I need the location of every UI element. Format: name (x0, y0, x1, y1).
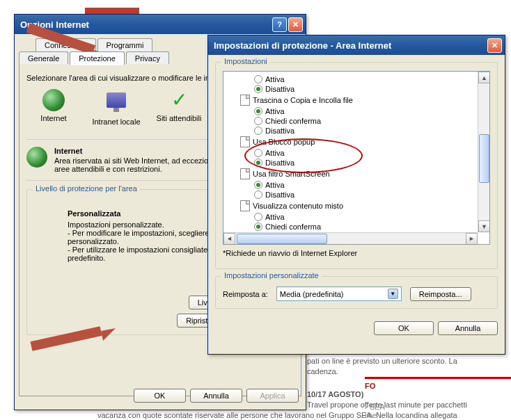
radio-icon (254, 191, 262, 199)
radio-icon (254, 85, 262, 93)
radio-icon (254, 181, 262, 189)
tree-option[interactable]: Disattiva (254, 190, 487, 200)
reset-level-select[interactable]: Media (predefinita) ▼ (276, 286, 402, 301)
tree-label: Disattiva (265, 191, 294, 199)
security-settings-window: Impostazioni di protezione - Area Intern… (207, 35, 505, 355)
tree-category: Usa filtro SmartScreen (240, 168, 487, 180)
tree-label: Attiva (265, 107, 285, 115)
zone-internet[interactable]: Internet (26, 89, 81, 131)
tree-label: Disattiva (265, 127, 294, 135)
custom-group-title: Impostazioni personalizzate (221, 271, 322, 280)
settings-tree[interactable]: AttivaDisattivaTrascina o Copia e Incoll… (223, 71, 490, 245)
radio-icon (254, 159, 262, 167)
vertical-scrollbar[interactable]: ▲ ▼ (478, 72, 489, 232)
globe-icon (26, 147, 47, 168)
tree-option[interactable]: Attiva (254, 74, 487, 84)
tree-option[interactable]: Disattiva (254, 84, 487, 94)
cancel-button[interactable]: Annulla (190, 389, 242, 403)
close-button[interactable]: ✕ (487, 38, 502, 53)
zone-intranet[interactable]: Intranet locale (89, 89, 143, 131)
page-icon (240, 95, 250, 106)
tab-privacy[interactable]: Privacy (126, 51, 169, 65)
tab-security[interactable]: Protezione (70, 51, 125, 65)
tree-label: Chiedi conferma (265, 117, 321, 125)
tree-label: Disattiva (265, 159, 294, 167)
tree-label: Usa filtro SmartScreen (253, 170, 330, 178)
page-icon (240, 136, 250, 147)
tree-option[interactable]: Attiva (254, 180, 487, 190)
bg-fo: FO (365, 382, 375, 390)
window-title: Opzioni Internet (17, 19, 271, 30)
tree-label: Attiva (265, 149, 285, 157)
tree-option[interactable]: Disattiva (254, 158, 487, 168)
tree-label: Trascina o Copia e Incolla file (253, 96, 353, 104)
reset-to-label: Reimposta a: (223, 290, 268, 298)
radio-icon (254, 117, 262, 125)
tree-label: Usa Blocco popup (253, 138, 315, 146)
bg-sea: line (365, 411, 511, 419)
radio-icon (254, 127, 262, 135)
bg-text: pati on line è previsto un ulteriore sco… (307, 357, 457, 365)
restart-note: *Richiede un riavvio di Internet Explore… (223, 249, 490, 257)
tree-category: Trascina o Copia e Incolla file (240, 94, 487, 106)
tree-label: Disattiva (265, 85, 294, 93)
tree-label: Attiva (265, 213, 285, 221)
titlebar[interactable]: Impostazioni di protezione - Area Intern… (208, 35, 505, 55)
tree-option[interactable]: Attiva (254, 212, 487, 222)
tree-label: Chiedi conferma (265, 223, 321, 231)
page-icon (240, 168, 250, 179)
ok-button[interactable]: OK (134, 389, 186, 403)
bg-date: 10/17 AGOSTO) (307, 390, 363, 398)
tab-programs[interactable]: Programmi (97, 38, 153, 51)
bg-text: cadenza. (307, 367, 338, 375)
bg-sea[interactable]: › SEA (365, 403, 511, 411)
tree-option[interactable]: Disattiva (254, 126, 487, 136)
tree-category: Usa Blocco popup (240, 136, 487, 148)
tree-option[interactable]: Attiva (254, 148, 487, 158)
tree-option[interactable]: Chiedi conferma (254, 116, 487, 126)
radio-icon (254, 107, 262, 115)
check-icon: ✓ (168, 89, 190, 111)
window-title: Impostazioni di protezione - Area Intern… (211, 40, 486, 51)
tree-option[interactable]: Chiedi conferma (254, 222, 487, 232)
radio-icon (254, 223, 262, 231)
tree-category: Visualizza contenuto misto (240, 200, 487, 212)
reset-button[interactable]: Reimposta... (410, 287, 471, 301)
chevron-down-icon: ▼ (388, 289, 398, 299)
cancel-button[interactable]: Annulla (438, 321, 498, 335)
tree-option[interactable]: Attiva (254, 106, 487, 116)
radio-icon (254, 213, 262, 221)
tree-label: Attiva (265, 75, 285, 83)
close-button[interactable]: ✕ (288, 17, 303, 32)
ok-button[interactable]: OK (374, 321, 434, 335)
titlebar[interactable]: Opzioni Internet ? ✕ (15, 15, 306, 34)
tree-label: Attiva (265, 181, 285, 189)
zone-trusted[interactable]: ✓ Siti attendibili (152, 89, 206, 131)
horizontal-scrollbar[interactable]: ◄ ► (223, 232, 478, 244)
help-button[interactable]: ? (272, 17, 287, 32)
radio-icon (254, 75, 262, 83)
globe-icon (42, 89, 65, 111)
settings-group-title: Impostazioni (221, 57, 270, 65)
page-icon (240, 200, 250, 211)
tab-general[interactable]: Generale (19, 51, 68, 65)
monitor-icon (107, 92, 126, 108)
tab-connections[interactable]: Connessioni (36, 38, 96, 51)
level-group-title: Livello di protezione per l'area (33, 184, 140, 193)
apply-button[interactable]: Applica (246, 389, 299, 403)
tree-label: Visualizza contenuto misto (253, 202, 343, 210)
radio-icon (254, 149, 262, 157)
